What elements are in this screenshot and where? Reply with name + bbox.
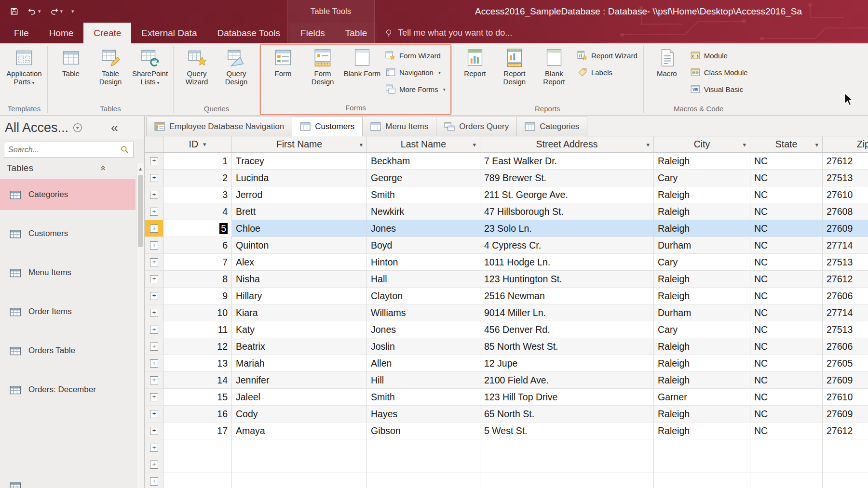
cell-id[interactable]: 7 [163,254,232,271]
cell-id[interactable]: 15 [163,389,232,406]
expand-icon[interactable]: + [150,359,158,368]
doc-tab-orders-query[interactable]: Orders Query [436,117,517,136]
cell-last-name[interactable]: Boyd [367,237,480,254]
cell-last-name[interactable]: Newkirk [367,203,480,220]
cell-last-name[interactable]: Joslin [367,338,480,355]
cell-first-name[interactable]: Alex [232,254,367,271]
record-selector[interactable]: + [145,422,163,439]
cell-city[interactable]: Durham [654,304,750,321]
table-row[interactable]: +7AlexHinton1011 Hodge Ln.CaryNC27513 [145,254,868,271]
table-row[interactable]: +4BrettNewkirk47 Hillsborough St.Raleigh… [145,203,868,220]
application-parts-button[interactable]: Application Parts▾ [5,45,43,104]
expand-icon[interactable]: + [150,241,158,250]
table-row[interactable]: +9HillaryClayton2516 NewmanRaleighNC2760… [145,288,868,304]
cell-first-name[interactable]: Quinton [232,237,367,254]
cell-first-name[interactable]: Beatrix [232,338,367,355]
cell-first-name[interactable]: Jerrod [232,186,367,203]
cell-first-name[interactable]: Katy [232,321,367,338]
column-header-zip-co[interactable]: Zip Co▾ [823,136,868,152]
filter-caret-icon[interactable]: ▾ [815,141,818,148]
report-wizard-button[interactable]: Report Wizard [577,49,637,62]
record-selector[interactable]: + [145,237,163,254]
tell-me-box[interactable]: Tell me what you want to do... [384,23,512,43]
cell-id[interactable]: 5 [163,220,232,237]
table-row[interactable]: +8NishaHall123 Huntington St.RaleighNC27… [145,271,868,288]
module-button[interactable]: Module [690,49,748,62]
cell-id[interactable]: 10 [163,304,232,321]
cell-last-name[interactable]: Hayes [367,406,480,422]
cell-zip-co[interactable]: 27610 [823,389,868,406]
cell-last-name[interactable]: Gibson [367,422,480,439]
cell-street-address[interactable]: 47 Hillsborough St. [480,203,654,220]
cell-city[interactable]: Cary [654,170,750,186]
blank-report-button[interactable]: Blank Report [535,45,573,104]
class-module-button[interactable]: Class Module [690,66,748,79]
cell-zip-co[interactable]: 27609 [823,220,868,237]
save-button[interactable] [8,5,21,17]
tab-database-tools[interactable]: Database Tools [207,23,290,43]
cell-city[interactable]: Raleigh [654,220,750,237]
blank-form-button[interactable]: Blank Form [343,45,381,103]
expand-icon[interactable]: + [150,292,158,300]
visual-basic-button[interactable]: VBVisual Basic [690,83,748,95]
cell-zip-co[interactable]: 27606 [823,288,868,304]
record-selector[interactable]: + [145,170,163,186]
cell-city[interactable]: Raleigh [654,186,750,203]
table-row[interactable]: +15JaleelSmith123 Hill Top DriveGarnerNC… [145,389,868,406]
form-button[interactable]: Form [264,45,302,103]
cell-city[interactable]: Raleigh [654,203,750,220]
cell-zip-co[interactable]: 27612 [823,422,868,439]
redo-button[interactable]: ▾ [48,5,65,17]
cell-id[interactable]: 17 [163,422,232,439]
form-wizard-button[interactable]: Form Wizard [385,49,446,62]
cell-street-address[interactable]: 2516 Newman [480,288,654,304]
cell-first-name[interactable]: Jaleel [232,389,367,406]
tab-fields[interactable]: Fields [290,23,335,43]
cell-state[interactable]: NC [750,355,823,372]
cell-first-name[interactable]: Hillary [232,288,367,304]
nav-item-orders-table[interactable]: Orders Table [0,335,136,366]
expand-icon[interactable]: + [150,157,158,165]
nav-item-partial[interactable] [0,476,22,488]
record-selector[interactable]: + [145,153,163,170]
report-design-button[interactable]: Report Design [495,45,534,104]
cell-street-address[interactable]: 123 Hill Top Drive [480,389,654,406]
sharepoint-lists-button[interactable]: SharePoint Lists▾ [131,45,169,104]
tab-create[interactable]: Create [83,23,131,43]
column-header-last-name[interactable]: Last Name▾ [367,136,480,152]
doc-tab-menu-items[interactable]: Menu Items [362,117,436,136]
expand-icon[interactable]: + [150,343,158,351]
cell-zip-co[interactable]: 27714 [823,237,868,254]
cell-first-name[interactable]: Amaya [232,422,367,439]
column-header-street-address[interactable]: Street Address▾ [480,136,654,152]
cell-city[interactable]: Raleigh [654,422,750,439]
cell-city[interactable]: Cary [654,321,750,338]
shutter-bar-close-button[interactable]: « [111,121,118,134]
cell-zip-co[interactable]: 27609 [823,406,868,422]
expand-icon[interactable]: + [150,224,158,233]
cell-state[interactable]: NC [750,422,823,439]
cell-street-address[interactable]: 9014 Miller Ln. [480,304,654,321]
doc-tab-customers[interactable]: Customers [292,116,363,136]
cell-street-address[interactable]: 7 East Walker Dr. [480,153,654,170]
expand-icon[interactable]: + [150,393,158,401]
navigation-button[interactable]: Navigation▾ [385,66,446,79]
cell-last-name[interactable]: Hall [367,271,480,288]
nav-item-categories[interactable]: Categories [0,179,136,210]
cell-first-name[interactable]: Tracey [232,153,367,170]
record-selector[interactable]: + [145,389,163,406]
nav-item-customers[interactable]: Customers [0,218,136,249]
expand-icon[interactable]: + [150,410,158,418]
record-selector[interactable]: + [145,304,163,321]
cell-zip-co[interactable]: 27612 [823,271,868,288]
record-selector[interactable]: + [145,355,163,372]
cell-zip-co[interactable]: 27513 [823,170,868,186]
form-design-button[interactable]: Form Design [303,45,342,103]
tab-table[interactable]: Table [335,23,377,43]
table-design-button[interactable]: Table Design [91,45,130,104]
column-header-id[interactable]: ID▾ [163,136,232,152]
table-row[interactable]: +12BeatrixJoslin85 North West St.Raleigh… [145,338,868,355]
cell-street-address[interactable]: 85 North West St. [480,338,654,355]
expand-icon[interactable]: + [150,309,158,317]
cell-first-name[interactable]: Lucinda [232,170,367,186]
